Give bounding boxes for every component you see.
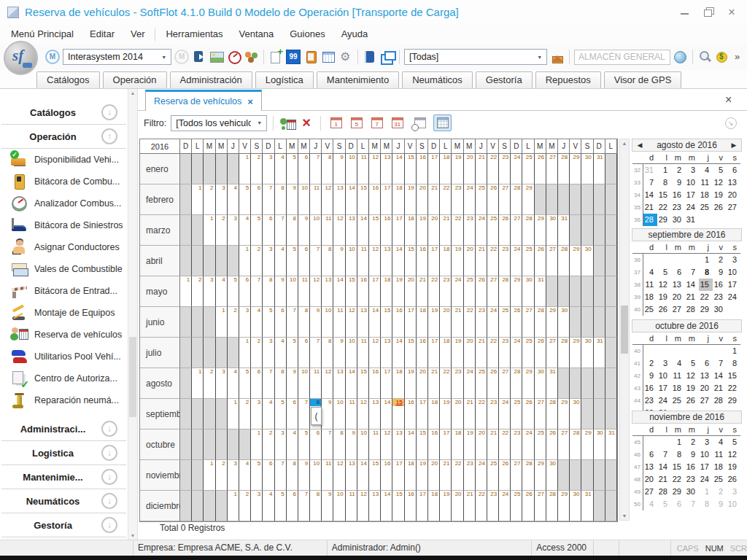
grid-day-cell-julio-21[interactable]: 21 <box>476 338 487 368</box>
grid-day-cell-noviembre-9[interactable]: 9 <box>298 460 310 491</box>
grid-day-cell-junio-30[interactable]: 30 <box>558 307 570 338</box>
mini-day-7[interactable]: 7 <box>657 448 671 461</box>
warehouse-input[interactable] <box>574 50 670 65</box>
mini-day-4[interactable]: 4 <box>699 164 713 176</box>
grid-day-cell-junio-9[interactable]: 9 <box>310 307 322 338</box>
grid-day-cell-julio-10[interactable]: 10 <box>346 338 357 368</box>
sidebar-section-administraci[interactable]: Administraci...↓ <box>0 417 128 440</box>
mini-day-18[interactable]: 18 <box>643 291 657 303</box>
mini-day-24[interactable]: 24 <box>727 291 740 303</box>
sidebar-scrollbar[interactable]: ▲ ▼ <box>128 89 137 540</box>
document-tab-reserva[interactable]: Reserva de vehículos × <box>145 90 262 111</box>
grid-day-cell-febrero-8[interactable]: 8 <box>275 184 287 215</box>
grid-day-cell-diciembre-28[interactable]: 28 <box>546 491 558 521</box>
grid-day-cell-diciembre-8[interactable]: 8 <box>310 491 322 521</box>
grid-day-cell-septiembre-8[interactable]: 8( <box>310 399 322 429</box>
grid-day-cell-septiembre-12[interactable]: 12 <box>357 399 369 429</box>
grid-day-cell-febrero-11[interactable]: 11 <box>310 184 322 215</box>
grid-day-cell-octubre-13[interactable]: 13 <box>392 429 404 460</box>
grid-day-cell-octubre-16[interactable]: 16 <box>428 429 440 460</box>
mini-day-6[interactable]: 6 <box>643 448 657 461</box>
grid-day-cell-agosto-9[interactable]: 9 <box>287 368 298 399</box>
grid-day-cell-octubre-5[interactable]: 5 <box>298 429 310 460</box>
grid-day-cell-diciembre-29[interactable]: 29 <box>558 491 570 521</box>
chevron-down-icon[interactable]: ↓ <box>101 445 117 461</box>
mini-day-4[interactable]: 4 <box>713 436 727 448</box>
grid-day-cell-noviembre-10[interactable]: 10 <box>310 460 322 491</box>
grid-day-cell-marzo-25[interactable]: 25 <box>487 215 499 246</box>
grid-day-cell-junio-24[interactable]: 24 <box>487 307 499 338</box>
mini-day-15[interactable]: 15 <box>699 279 713 291</box>
grid-day-cell-octubre-11[interactable]: 11 <box>369 429 381 460</box>
grid-day-cell-septiembre-4[interactable]: 4 <box>263 399 274 429</box>
grid-scrollbar-thumb[interactable] <box>621 306 628 354</box>
grid-day-cell-abril-19[interactable]: 19 <box>452 246 463 276</box>
grid-day-cell-julio-6[interactable]: 6 <box>298 338 310 368</box>
mini-day-2[interactable]: 2 <box>713 486 727 498</box>
grid-day-cell-diciembre-9[interactable]: 9 <box>322 491 333 521</box>
sidebar-item-centro-de-autoriza[interactable]: Centro de Autoriza... <box>0 368 128 389</box>
grid-day-cell-febrero-29[interactable]: 29 <box>522 184 534 215</box>
grid-day-cell-octubre-14[interactable]: 14 <box>405 429 417 460</box>
grid-day-cell-junio-6[interactable]: 6 <box>275 307 287 338</box>
ribbon-tab-mantenimiento[interactable]: Mantenimiento <box>317 71 399 88</box>
grid-day-cell-enero-15[interactable]: 15 <box>405 154 417 184</box>
sidebar-section-mantenimie[interactable]: Mantenimie...↓ <box>0 465 128 489</box>
mini-day-9[interactable]: 9 <box>713 498 727 510</box>
grid-day-cell-abril-25[interactable]: 25 <box>522 246 534 276</box>
mini-day-7[interactable]: 7 <box>713 357 727 370</box>
grid-day-cell-junio-8[interactable]: 8 <box>298 307 310 338</box>
grid-day-cell-abril-10[interactable]: 10 <box>346 246 357 276</box>
grid-day-cell-febrero-12[interactable]: 12 <box>322 184 333 215</box>
mini-day-4[interactable]: 4 <box>643 498 657 510</box>
close-button[interactable] <box>724 5 740 20</box>
dashboard-gauge-icon[interactable] <box>227 50 241 64</box>
grid-day-cell-diciembre-6[interactable]: 6 <box>287 491 298 521</box>
mini-day-8[interactable]: 8 <box>657 176 671 189</box>
grid-day-cell-octubre-22[interactable]: 22 <box>499 429 511 460</box>
mini-day-23[interactable]: 23 <box>643 394 657 407</box>
mini-day-30[interactable]: 30 <box>713 303 727 316</box>
mini-day-9[interactable]: 9 <box>685 448 699 461</box>
grid-day-cell-marzo-9[interactable]: 9 <box>298 215 310 246</box>
mini-day-21[interactable]: 21 <box>657 473 671 486</box>
grid-day-cell-junio-10[interactable]: 10 <box>322 307 333 338</box>
mini-day-10[interactable]: 10 <box>657 370 671 382</box>
grid-day-cell-enero-9[interactable]: 9 <box>333 154 345 184</box>
mini-day-18[interactable]: 18 <box>699 189 713 201</box>
grid-day-cell-febrero-15[interactable]: 15 <box>357 184 369 215</box>
mini-day-13[interactable]: 13 <box>727 176 740 189</box>
grid-day-cell-febrero-5[interactable]: 5 <box>239 184 251 215</box>
mini-day-16[interactable]: 16 <box>671 189 685 201</box>
sidebar-section-logistica[interactable]: Logistica↓ <box>0 441 128 464</box>
sidebar-item-disponibilidad-vehi[interactable]: Disponibilidad Vehi... <box>0 149 128 171</box>
mini-day-1[interactable]: 1 <box>657 164 671 176</box>
grid-day-cell-julio-14[interactable]: 14 <box>392 338 404 368</box>
mini-day-16[interactable]: 16 <box>685 461 699 473</box>
delete-reservation-icon[interactable] <box>300 116 314 131</box>
grid-day-cell-febrero-9[interactable]: 9 <box>287 184 298 215</box>
grid-day-cell-diciembre-4[interactable]: 4 <box>263 491 274 521</box>
grid-day-cell-noviembre-17[interactable]: 17 <box>392 460 404 491</box>
mini-day-21[interactable]: 21 <box>685 291 699 303</box>
grid-day-cell-octubre-28[interactable]: 28 <box>570 429 581 460</box>
mini-day-12[interactable]: 12 <box>727 448 740 461</box>
chevron-down-icon[interactable]: ↓ <box>101 493 117 509</box>
grid-day-cell-febrero-16[interactable]: 16 <box>369 184 381 215</box>
mini-day-1[interactable]: 1 <box>671 436 685 448</box>
grid-day-cell-febrero-27[interactable]: 27 <box>499 184 511 215</box>
grid-day-cell-junio-27[interactable]: 27 <box>522 307 534 338</box>
grid-day-cell-septiembre-17[interactable]: 17 <box>417 399 428 429</box>
grid-day-cell-abril-17[interactable]: 17 <box>428 246 440 276</box>
grid-day-cell-junio-28[interactable]: 28 <box>535 307 546 338</box>
grid-day-cell-agosto-14[interactable]: 14 <box>346 368 357 399</box>
grid-day-cell-julio-1[interactable]: 1 <box>239 338 251 368</box>
grid-day-cell-enero-3[interactable]: 3 <box>263 154 274 184</box>
grid-day-cell-diciembre-24[interactable]: 24 <box>499 491 511 521</box>
grid-day-cell-mayo-20[interactable]: 20 <box>405 276 417 307</box>
mini-day-3[interactable]: 3 <box>657 357 671 370</box>
grid-day-cell-abril-1[interactable]: 1 <box>239 246 251 276</box>
ribbon-tab-gestoría[interactable]: Gestoría <box>476 71 533 88</box>
grid-day-cell-septiembre-5[interactable]: 5 <box>275 399 287 429</box>
grid-day-cell-agosto-19[interactable]: 19 <box>405 368 417 399</box>
